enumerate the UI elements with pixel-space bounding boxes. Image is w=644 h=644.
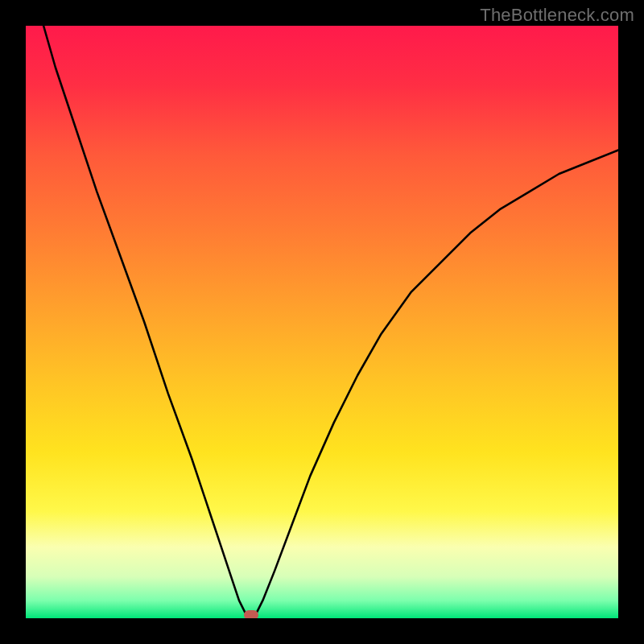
watermark-text: TheBottleneck.com (480, 5, 634, 26)
optimal-point-marker (244, 610, 258, 618)
chart-frame: TheBottleneck.com (0, 0, 644, 644)
bottleneck-curve (26, 26, 618, 618)
plot-area (26, 26, 618, 618)
